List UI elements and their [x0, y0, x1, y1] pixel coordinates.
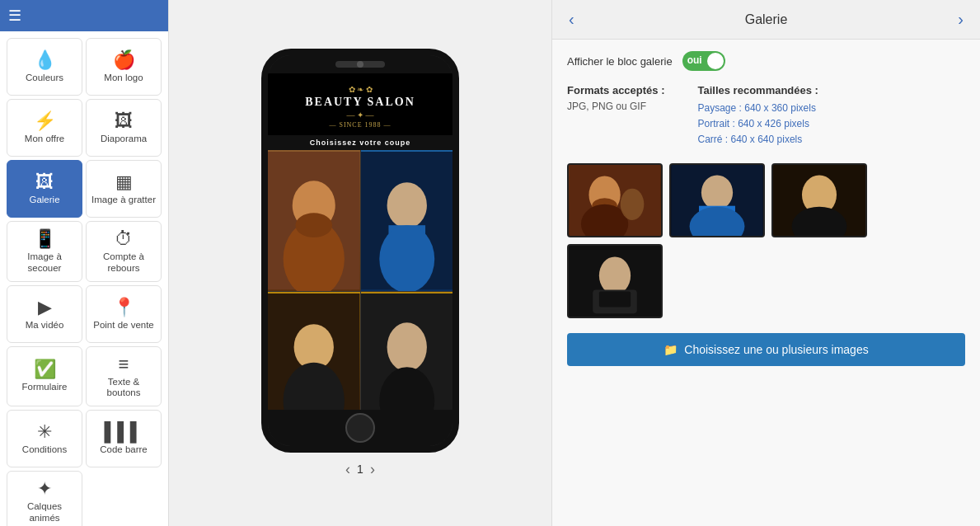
sidebar-item-mon-logo[interactable]: 🍎 Mon logo — [86, 38, 162, 96]
phone-screen-content: ✿ ❧ ✿ BEAUTY SALON — ✦ — — SINCE 1988 — … — [268, 73, 452, 410]
sidebar-icon-image-a-gratter: ▦ — [115, 173, 133, 191]
sidebar-item-couleurs[interactable]: 💧 Couleurs — [7, 38, 82, 96]
sidebar-label-code-barre: Code barre — [100, 444, 148, 456]
svg-point-18 — [621, 188, 645, 219]
toggle-label: Afficher le bloc galerie — [567, 55, 673, 68]
size-landscape-link[interactable]: Paysage : 640 x 360 pixels — [698, 101, 818, 116]
thumb-item-1[interactable] — [567, 163, 663, 237]
sidebar-item-diaporama[interactable]: 🖼 Diaporama — [86, 99, 162, 157]
sidebar-item-galerie[interactable]: 🖼 Galerie — [7, 160, 82, 218]
sizes-recommended-col: Tailles recommandées : Paysage : 640 x 3… — [698, 84, 818, 148]
phone-frame: ✿ ❧ ✿ BEAUTY SALON — ✦ — — SINCE 1988 — … — [261, 49, 459, 453]
svg-point-7 — [379, 225, 434, 291]
size-portrait-link[interactable]: Portrait : 640 x 426 pixels — [698, 116, 818, 132]
gallery-thumbs — [567, 163, 965, 318]
sidebar: ☰ 💧 Couleurs 🍎 Mon logo ⚡ Mon offre 🖼 Di… — [0, 0, 169, 526]
svg-rect-29 — [599, 291, 631, 307]
phone-bottom — [268, 410, 452, 446]
sidebar-label-image-a-secouer: Image à secouer — [12, 251, 77, 275]
sidebar-item-conditions[interactable]: ✳ Conditions — [7, 410, 82, 467]
sidebar-label-calques-animes: Calques animés — [12, 501, 77, 524]
right-panel: ‹ Galerie › Afficher le bloc galerie oui… — [551, 0, 980, 526]
sidebar-icon-point-de-vente: 📍 — [113, 298, 135, 317]
prev-page-button[interactable]: ‹ — [345, 461, 350, 478]
phone-screen: ✿ ❧ ✿ BEAUTY SALON — ✦ — — SINCE 1988 — … — [268, 73, 452, 410]
panel-content: Afficher le bloc galerie oui Formats acc… — [552, 40, 980, 526]
salon-decoration-2: — ✦ — — [273, 110, 448, 120]
sidebar-item-image-a-secouer[interactable]: 📱 Image à secouer — [7, 221, 82, 282]
panel-title: Galerie — [579, 12, 954, 27]
sidebar-label-conditions: Conditions — [22, 444, 67, 456]
sidebar-icon-texte-boutons: ≡ — [119, 355, 129, 373]
phone-gallery-cell-1 — [268, 150, 360, 291]
sidebar-icon-formulaire: ✅ — [34, 360, 56, 378]
choose-icon: 📁 — [663, 343, 678, 356]
hamburger-icon[interactable]: ☰ — [8, 7, 21, 25]
salon-header: ✿ ❧ ✿ BEAUTY SALON — ✦ — — SINCE 1988 — — [268, 73, 452, 135]
sidebar-item-compte-a-rebours[interactable]: ⏱ Compte à rebours — [86, 221, 162, 282]
sidebar-icon-compte-a-rebours: ⏱ — [115, 230, 133, 248]
svg-point-12 — [387, 322, 426, 371]
thumb-item-3[interactable] — [771, 163, 867, 237]
sidebar-item-image-a-gratter[interactable]: ▦ Image à gratter — [86, 160, 162, 218]
toggle-knob — [707, 53, 724, 69]
sidebar-item-mon-offre[interactable]: ⚡ Mon offre — [7, 99, 82, 157]
sidebar-icon-calques-animes: ✦ — [37, 480, 52, 498]
toggle-bg[interactable]: oui — [682, 51, 725, 71]
sidebar-item-ma-video[interactable]: ▶ Ma vidéo — [7, 285, 82, 343]
sidebar-label-ma-video: Ma vidéo — [26, 320, 64, 331]
choose-images-button[interactable]: 📁 Choisissez une ou plusieurs images — [567, 333, 965, 366]
sidebar-label-point-de-vente: Point de vente — [93, 320, 154, 331]
phone-camera — [357, 61, 363, 68]
sidebar-label-image-a-gratter: Image à gratter — [91, 195, 156, 206]
svg-point-20 — [701, 175, 733, 209]
formats-row: Formats acceptés : JPG, PNG ou GIF Taill… — [567, 84, 965, 148]
sidebar-icon-galerie: 🖼 — [35, 173, 54, 191]
sidebar-label-couleurs: Couleurs — [26, 73, 63, 84]
phone-home-button[interactable] — [345, 413, 375, 443]
sidebar-icon-couleurs: 💧 — [34, 51, 56, 69]
sizes-title: Tailles recommandées : — [698, 84, 818, 96]
choose-button-label: Choisissez une ou plusieurs images — [684, 343, 868, 356]
main-area: ✿ ❧ ✿ BEAUTY SALON — ✦ — — SINCE 1988 — … — [169, 0, 551, 526]
sidebar-icon-conditions: ✳ — [37, 423, 52, 441]
svg-point-3 — [295, 213, 332, 237]
sidebar-item-calques-animes[interactable]: ✦ Calques animés — [7, 471, 82, 526]
sidebar-item-texte-boutons[interactable]: ≡ Texte & boutons — [86, 346, 162, 407]
sidebar-icon-code-barre: ▌▌▌ — [105, 423, 143, 441]
formats-value: JPG, PNG ou GIF — [567, 101, 665, 112]
phone-gallery-cell-3 — [268, 292, 360, 410]
panel-next-button[interactable]: › — [953, 8, 968, 31]
panel-header: ‹ Galerie › — [552, 0, 980, 40]
page-number: 1 — [357, 463, 363, 476]
sidebar-item-code-barre[interactable]: ▌▌▌ Code barre — [86, 410, 162, 467]
toggle-row: Afficher le bloc galerie oui — [567, 51, 965, 71]
sidebar-label-formulaire: Formulaire — [22, 382, 68, 393]
size-square-link[interactable]: Carré : 640 x 640 pixels — [698, 132, 818, 148]
thumb-item-2[interactable] — [669, 163, 765, 237]
sidebar-icon-diaporama: 🖼 — [115, 112, 133, 130]
sidebar-label-mon-logo: Mon logo — [104, 73, 143, 84]
phone-gallery-grid — [268, 150, 452, 410]
sidebar-label-texte-boutons: Texte & boutons — [91, 377, 156, 400]
phone-gallery-cell-4 — [361, 292, 453, 410]
sidebar-icon-image-a-secouer: 📱 — [34, 230, 56, 248]
svg-point-5 — [387, 182, 426, 228]
panel-prev-button[interactable]: ‹ — [564, 8, 579, 31]
phone-gallery-label: Choisissez votre coupe — [268, 135, 452, 150]
formats-title: Formats acceptés : — [567, 84, 665, 96]
salon-decoration: ✿ ❧ ✿ — [273, 85, 448, 94]
next-page-button[interactable]: › — [370, 461, 375, 478]
toggle-on-text: oui — [687, 54, 702, 66]
sidebar-label-diaporama: Diaporama — [101, 134, 147, 145]
sidebar-label-mon-offre: Mon offre — [25, 134, 64, 145]
sidebar-label-compte-a-rebours: Compte à rebours — [91, 251, 156, 275]
formats-accepted-col: Formats acceptés : JPG, PNG ou GIF — [567, 84, 665, 148]
sidebar-item-point-de-vente[interactable]: 📍 Point de vente — [86, 285, 162, 343]
sidebar-item-formulaire[interactable]: ✅ Formulaire — [7, 346, 82, 407]
salon-sub: — SINCE 1988 — — [273, 121, 448, 129]
sidebar-header: ☰ — [0, 0, 168, 31]
salon-name: BEAUTY SALON — [273, 96, 448, 109]
thumb-item-4[interactable] — [567, 244, 663, 318]
svg-point-27 — [599, 256, 631, 294]
